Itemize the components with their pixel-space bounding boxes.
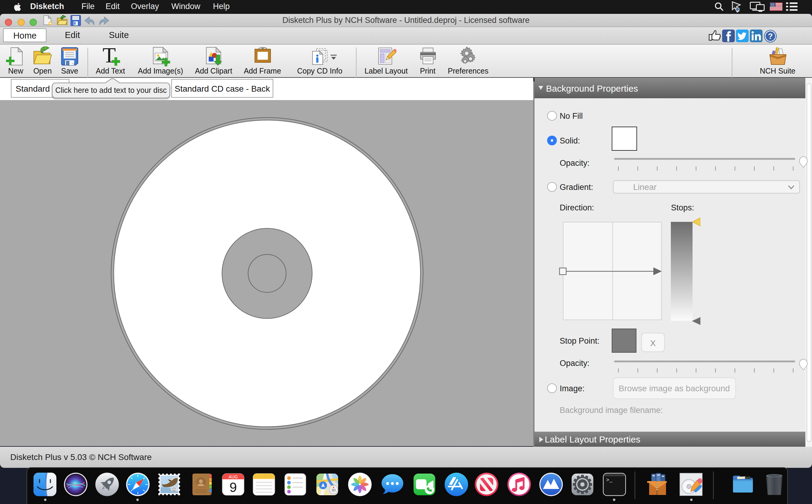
svg-text:9: 9	[229, 480, 237, 494]
svg-text:T: T	[102, 46, 115, 66]
svg-text:AUG: AUG	[229, 474, 238, 479]
svg-text:3D: 3D	[331, 488, 336, 492]
svg-text:>_: >_	[606, 477, 612, 483]
svg-text:?: ?	[768, 31, 773, 40]
